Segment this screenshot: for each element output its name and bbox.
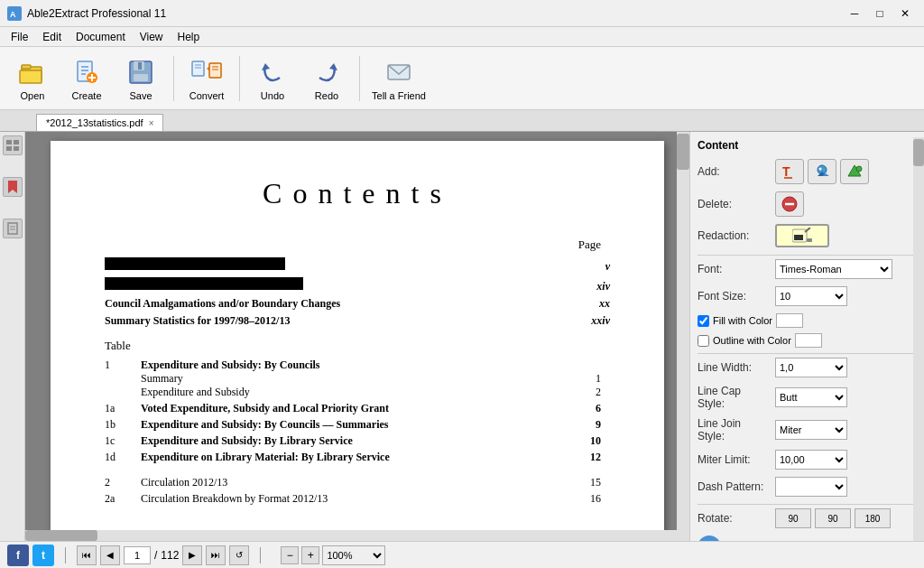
open-button[interactable]: Open <box>7 51 58 107</box>
twitter-button[interactable]: t <box>32 545 54 566</box>
tell-a-friend-button[interactable]: Tell a Friend <box>367 51 430 107</box>
refresh-button[interactable]: ↺ <box>229 545 249 565</box>
scrollbar-thumb[interactable] <box>677 134 689 170</box>
vertical-scrollbar[interactable] <box>677 132 689 541</box>
pdf-viewer[interactable]: Contents Page v xiv Council Amalgamation… <box>25 132 689 541</box>
font-size-select[interactable]: 8 9 10 11 12 <box>775 286 847 306</box>
maximize-button[interactable]: □ <box>868 5 892 23</box>
facebook-button[interactable]: f <box>7 545 29 566</box>
delete-button[interactable] <box>775 191 804 217</box>
rotate-buttons: 90 90 180 <box>775 508 891 528</box>
h-scrollbar-thumb[interactable] <box>25 530 97 541</box>
rotate-180-button[interactable]: 180 <box>855 508 891 528</box>
line-width-row: Line Width: 1,0 2,0 3,0 <box>698 358 917 377</box>
row-content-1: Expenditure and Subsidy: By Councils Sum… <box>141 358 610 399</box>
redacted-block-2 <box>105 277 303 290</box>
line-join-label: Line Join Style: <box>698 417 770 442</box>
prev-page-button[interactable]: ◀ <box>100 545 120 565</box>
svg-rect-3 <box>22 65 31 69</box>
delete-row: Delete: <box>698 191 917 217</box>
next-page-button[interactable]: ▶ <box>182 545 202 565</box>
svg-rect-45 <box>794 235 803 240</box>
fill-color-box[interactable] <box>776 313 803 328</box>
rotate-ccw-button[interactable]: 90 <box>775 508 811 528</box>
right-scrollbar-thumb[interactable] <box>913 139 924 166</box>
line-width-select[interactable]: 1,0 2,0 3,0 <box>775 358 847 377</box>
zoom-select[interactable]: 50% 75% 100% 125% 150% 200% <box>322 545 385 565</box>
horizontal-scrollbar[interactable] <box>25 530 677 541</box>
last-page-button[interactable]: ⏭ <box>206 545 226 565</box>
row-num-1c: 1c <box>105 434 141 448</box>
pdf-tab[interactable]: *2012_13statistics.pdf × <box>36 114 163 131</box>
row-num-2a: 2a <box>105 492 141 506</box>
rotate-cw-button[interactable]: 90 <box>815 508 851 528</box>
add-text-button[interactable]: T <box>775 159 804 184</box>
fill-color-checkbox[interactable] <box>698 315 709 327</box>
add-label: Add: <box>698 165 770 178</box>
menu-view[interactable]: View <box>133 29 171 45</box>
svg-text:T: T <box>782 164 790 179</box>
row-1c-title: Expenditure and Subsidy: By Library Serv… <box>141 434 353 448</box>
miter-limit-select[interactable]: 10,00 5,00 20,00 <box>775 450 847 470</box>
outline-color-box[interactable] <box>795 333 822 348</box>
pdf-page-title: Contents <box>105 177 610 210</box>
table-row-2a: 2a Circulation Breakdown by Format 2012/… <box>105 492 610 506</box>
page-number-input[interactable] <box>124 546 151 564</box>
redaction-button[interactable] <box>775 224 829 247</box>
redo-button[interactable]: Redo <box>301 51 352 107</box>
menu-edit[interactable]: Edit <box>35 29 69 45</box>
font-row: Font: Times-Roman Arial Helvetica Courie… <box>698 259 917 279</box>
font-select[interactable]: Times-Roman Arial Helvetica Courier <box>775 259 892 279</box>
undo-button[interactable]: Undo <box>247 51 298 107</box>
page-9: 9 <box>596 418 601 432</box>
tell-a-friend-label: Tell a Friend <box>372 90 426 101</box>
minimize-button[interactable]: ─ <box>843 5 866 23</box>
zoom-out-button[interactable]: − <box>281 546 299 564</box>
outline-color-checkbox[interactable] <box>698 335 709 347</box>
row-content-2a: Circulation Breakdown by Format 2012/13 … <box>141 492 610 506</box>
convert-button[interactable]: Convert <box>181 51 232 107</box>
row-content-1a: Voted Expenditure, Subsidy and Local Pri… <box>141 402 610 415</box>
row-2a-title: Circulation Breakdown by Format 2012/13 <box>141 492 328 506</box>
create-button[interactable]: Create <box>61 51 112 107</box>
rotate-row: Rotate: 90 90 180 <box>698 508 917 528</box>
delete-label: Delete: <box>698 198 770 210</box>
add-image-button[interactable] <box>808 159 836 184</box>
annotation-button[interactable] <box>3 219 23 238</box>
undo-label: Undo <box>261 90 284 101</box>
first-page-button[interactable]: ⏮ <box>77 545 97 565</box>
zoom-separator <box>260 547 261 563</box>
row-num-2: 2 <box>105 476 141 489</box>
zoom-in-button[interactable]: + <box>301 546 319 564</box>
close-button[interactable]: ✕ <box>893 5 917 23</box>
row-content-1d: Expenditure on Library Material: By Libr… <box>141 451 610 464</box>
menu-help[interactable]: Help <box>171 29 208 45</box>
tab-close-button[interactable]: × <box>149 118 154 128</box>
menu-file[interactable]: File <box>4 29 35 45</box>
dash-pattern-select[interactable]: - - - ··· <box>775 477 847 497</box>
svg-text:A: A <box>10 10 16 19</box>
page-2: 2 <box>596 386 601 399</box>
table-label: Table <box>105 339 610 353</box>
save-button[interactable]: Save <box>116 51 166 107</box>
bookmark-button[interactable] <box>3 177 23 197</box>
table-row-1: 1 Expenditure and Subsidy: By Councils S… <box>105 358 610 399</box>
page-num-xx: xx <box>583 297 610 311</box>
content-panel-title: Content <box>698 139 917 152</box>
pdf-row-redacted-2: xiv <box>105 277 610 293</box>
add-shape-button[interactable] <box>840 159 869 184</box>
line-cap-select[interactable]: Butt Round Square <box>775 387 847 407</box>
redacted-block-1 <box>105 257 285 270</box>
pdf-row-council: Council Amalgamations and/or Boundary Ch… <box>105 297 610 311</box>
row-1-summary: Summary 1 <box>141 372 610 386</box>
row-1-title: Expenditure and Subsidy: By Councils <box>141 358 610 372</box>
right-panel-scrollbar[interactable] <box>913 137 924 541</box>
help-button[interactable]: ? <box>698 535 721 541</box>
convert-icon <box>190 56 223 88</box>
menu-document[interactable]: Document <box>69 29 133 45</box>
save-icon <box>125 56 157 88</box>
row-num-1a: 1a <box>105 402 141 415</box>
thumbnail-view-button[interactable] <box>3 135 23 155</box>
line-join-select[interactable]: Miter Round Bevel <box>775 420 847 440</box>
title-bar-left: A Able2Extract Professional 11 <box>7 6 166 21</box>
